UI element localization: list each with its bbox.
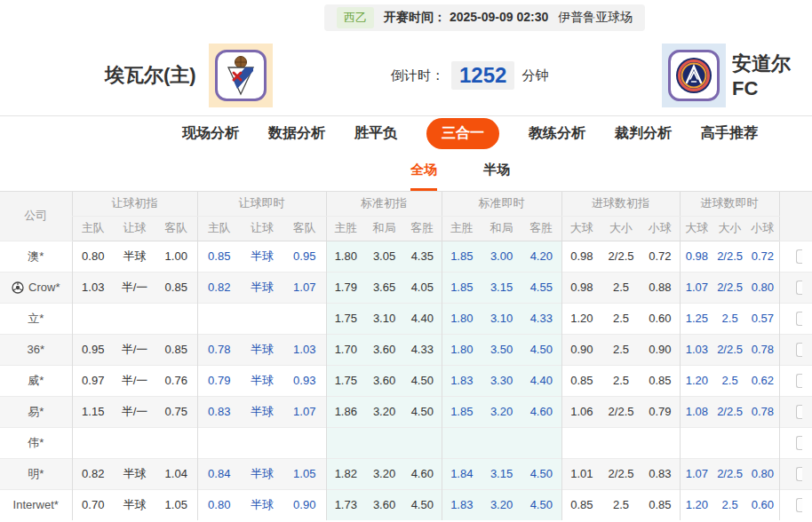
odds-cell: 3.60 — [365, 365, 403, 396]
cutoff-button-stub[interactable] — [796, 436, 802, 450]
countdown-label: 倒计时： — [391, 67, 444, 84]
away-team-badge-icon — [668, 50, 720, 101]
odds-cell: 半球 — [241, 334, 283, 365]
odds-cell — [197, 303, 241, 334]
odds-subcol-header: 客队 — [155, 216, 197, 241]
odds-cell: 0.57 — [746, 303, 779, 334]
odds-cell: 2.5 — [601, 334, 641, 365]
odds-cell: 1.04 — [155, 458, 197, 489]
odds-cell: 0.97 — [72, 365, 114, 396]
odds-subcol-header: 大小 — [713, 216, 746, 241]
subtab-half-match[interactable]: 半场 — [483, 151, 510, 191]
odds-cell: 1.83 — [442, 365, 482, 396]
cutoff-cell — [779, 458, 812, 489]
odds-cell: 4.50 — [403, 489, 442, 520]
odds-cell: 1.05 — [155, 489, 197, 520]
odds-cell: 2/2.5 — [601, 396, 641, 427]
cutoff-button-stub[interactable] — [796, 498, 802, 512]
odds-cell: 3.60 — [365, 334, 403, 365]
cutoff-button-stub[interactable] — [796, 312, 802, 326]
odds-subcol-header: 小球 — [641, 216, 680, 241]
subtab-full-match[interactable]: 全场 — [410, 151, 437, 191]
odds-cell — [365, 427, 403, 458]
odds-cell: 0.82 — [197, 272, 241, 303]
odds-cell — [521, 427, 561, 458]
odds-cell: 半球 — [114, 241, 155, 272]
cutoff-button-stub[interactable] — [796, 467, 802, 481]
odds-cell: 0.90 — [561, 334, 601, 365]
odds-cell: 1.06 — [561, 396, 601, 427]
league-badge: 西乙 — [337, 7, 374, 28]
company-name: Interwet* — [13, 498, 59, 511]
soccer-ball-icon — [12, 281, 24, 294]
odds-cell — [403, 427, 442, 458]
odds-cell: 0.85 — [155, 272, 197, 303]
odds-cell: 0.88 — [641, 272, 680, 303]
tab-win-draw-lose[interactable]: 胜平负 — [354, 124, 397, 143]
odds-cell: 4.50 — [521, 489, 561, 520]
cutoff-button-stub[interactable] — [796, 281, 802, 295]
company-cell: 36* — [0, 334, 72, 365]
odds-cell: 2/2.5 — [713, 458, 746, 489]
odds-cell: 1.85 — [442, 272, 482, 303]
match-info-bar: 西乙 开赛时间： 2025-09-09 02:30 伊普鲁亚球场 — [324, 4, 645, 31]
table-row: Interwet*0.70半球1.050.80半球0.901.733.604.5… — [0, 489, 812, 520]
cutoff-cell — [779, 241, 812, 272]
odds-cell: 4.50 — [403, 365, 442, 396]
odds-subcol-header: 让球 — [241, 216, 283, 241]
odds-cell — [197, 427, 241, 458]
odds-cell: 3.05 — [365, 241, 403, 272]
odds-cell — [241, 427, 283, 458]
cutoff-button-stub[interactable] — [796, 374, 802, 388]
odds-cell: 1.20 — [680, 489, 713, 520]
table-row: 澳*0.80半球1.000.85半球0.951.803.054.351.853.… — [0, 241, 812, 272]
odds-cell: 2.5 — [601, 365, 641, 396]
odds-cell: 0.93 — [283, 365, 326, 396]
company-name: 澳* — [28, 249, 44, 265]
odds-cell — [241, 303, 283, 334]
cutoff-button-stub[interactable] — [796, 343, 802, 357]
odds-cell: 0.80 — [746, 458, 779, 489]
tab-referee-analysis[interactable]: 裁判分析 — [615, 124, 672, 143]
company-name: 易* — [28, 404, 44, 420]
odds-cell: 半球 — [241, 489, 283, 520]
odds-cell: 1.07 — [283, 396, 326, 427]
odds-cell — [601, 427, 641, 458]
odds-cell: 0.85 — [155, 334, 197, 365]
cutoff-button-stub[interactable] — [796, 405, 802, 419]
tab-expert-picks[interactable]: 高手推荐 — [701, 124, 758, 143]
odds-subcol-header: 主胜 — [442, 216, 482, 241]
tab-three-in-one[interactable]: 三合一 — [426, 118, 499, 149]
odds-table: 公司让球初指让球即时标准初指标准即时进球数初指进球数即时主队让球客队主队让球客队… — [0, 192, 812, 520]
odds-cell: 0.72 — [641, 241, 680, 272]
odds-cell: 3.10 — [365, 303, 403, 334]
odds-cell — [326, 427, 365, 458]
company-cell: 立* — [0, 303, 72, 334]
cutoff-button-stub[interactable] — [796, 249, 802, 264]
odds-cell: 2.5 — [713, 365, 746, 396]
company-cell: 威* — [0, 365, 72, 396]
odds-cell: 1.08 — [680, 396, 713, 427]
odds-cell: 1.03 — [72, 272, 114, 303]
tab-live-analysis[interactable]: 现场分析 — [182, 124, 239, 143]
kickoff-label: 开赛时间： — [384, 10, 446, 24]
odds-subcol-header: 和局 — [482, 216, 521, 241]
odds-cell: 1.82 — [326, 458, 365, 489]
odds-cell: 半球 — [241, 272, 283, 303]
odds-cell: 4.50 — [521, 334, 561, 365]
odds-cell: 0.83 — [641, 458, 680, 489]
tab-data-analysis[interactable]: 数据分析 — [268, 124, 325, 143]
table-row: 立*1.753.104.401.803.104.331.202.50.601.2… — [0, 303, 812, 334]
odds-cell — [155, 427, 197, 458]
odds-cell: 半/一 — [114, 396, 155, 427]
odds-cell: 1.80 — [326, 241, 365, 272]
odds-cell: 0.85 — [197, 241, 241, 272]
odds-cell: 0.85 — [641, 365, 680, 396]
odds-cell: 4.60 — [521, 396, 561, 427]
tab-coach-analysis[interactable]: 教练分析 — [529, 124, 585, 143]
odds-cell — [283, 303, 326, 334]
company-cell: Interwet* — [0, 489, 72, 520]
company-cell: 伟* — [0, 427, 72, 458]
odds-cell: 1.85 — [442, 396, 482, 427]
company-column-header: 公司 — [0, 192, 72, 241]
